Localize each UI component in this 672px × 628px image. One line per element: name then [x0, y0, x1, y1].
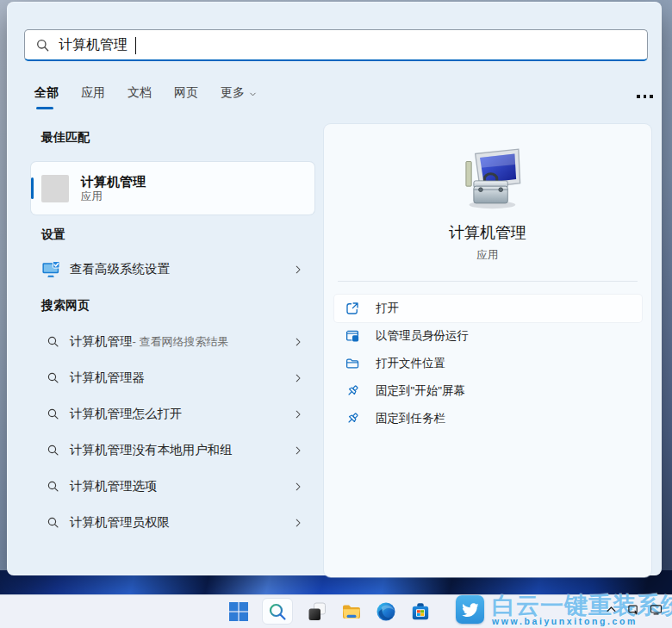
section-header-settings: 设置 [41, 227, 65, 243]
app-icon-placeholder [41, 175, 69, 202]
section-header-best-match: 最佳匹配 [41, 130, 90, 146]
tab-web[interactable]: 网页 [174, 85, 198, 109]
chevron-right-icon [292, 408, 304, 420]
app-subtitle: 应用 [324, 248, 651, 263]
taskbar-store-button[interactable] [409, 600, 431, 622]
section-header-search-web: 搜索网页 [41, 298, 90, 314]
action-label: 打开文件位置 [376, 356, 445, 371]
taskbar-edge-button[interactable] [375, 600, 396, 622]
web-search-text: 计算机管理 [70, 333, 133, 350]
active-tab-indicator [36, 107, 53, 109]
chevron-right-icon [292, 481, 304, 493]
chevron-right-icon [292, 445, 304, 457]
chevron-right-icon [292, 264, 304, 276]
microsoft-store-icon [410, 601, 431, 622]
system-tray [605, 603, 663, 616]
search-flyout-panel: 全部 应用 文档 网页 更多 最佳匹配 计算机管理 应用 设置 查看高级系统设置 [7, 2, 662, 575]
web-search-text: 计算机管理怎么打开 [70, 406, 183, 422]
chevron-right-icon [292, 336, 304, 348]
search-icon [47, 444, 59, 457]
taskbar-file-explorer-button[interactable] [340, 600, 362, 622]
chevron-up-icon[interactable] [605, 603, 618, 616]
chevron-down-icon [248, 90, 258, 99]
search-filter-tabs: 全部 应用 文档 网页 更多 [34, 85, 258, 109]
web-search-text: 计算机管理器 [70, 370, 145, 386]
tab-web-label: 网页 [174, 85, 198, 101]
search-box[interactable] [24, 29, 648, 61]
web-search-text: 计算机管理没有本地用户和组 [70, 442, 233, 458]
web-search-item[interactable]: 计算机管理员权限 [31, 507, 314, 538]
system-properties-icon [41, 259, 61, 279]
text-cursor [135, 37, 136, 54]
edge-browser-icon [376, 601, 396, 622]
action-run-as-admin[interactable]: 以管理员身份运行 [334, 322, 642, 350]
app-window-tray-icon[interactable] [627, 603, 640, 616]
best-match-title: 计算机管理 [81, 173, 146, 190]
tab-apps[interactable]: 应用 [81, 85, 105, 109]
windows-logo-icon [228, 601, 249, 622]
settings-item-label: 查看高级系统设置 [70, 261, 170, 277]
search-icon [47, 371, 59, 384]
open-file-location-icon [345, 356, 360, 371]
search-input[interactable] [59, 37, 637, 53]
task-view-icon [307, 601, 327, 622]
app-actions-list: 打开 以管理员身份运行 打开文件位置 固定到"开始"屏幕 固定到任务栏 [334, 295, 642, 432]
computer-management-icon [451, 143, 525, 221]
taskbar-start-button[interactable] [227, 600, 249, 622]
display-tray-icon[interactable] [650, 603, 663, 616]
action-pin-to-taskbar[interactable]: 固定到任务栏 [334, 405, 642, 432]
pin-to-taskbar-icon [345, 411, 360, 426]
action-open-file-location[interactable]: 打开文件位置 [334, 350, 642, 377]
best-match-type: 应用 [81, 190, 146, 203]
action-open[interactable]: 打开 [334, 295, 642, 322]
tab-more[interactable]: 更多 [221, 85, 258, 109]
selection-accent-bar [31, 177, 34, 199]
tab-documents-label: 文档 [128, 85, 152, 101]
tab-apps-label: 应用 [81, 85, 105, 101]
settings-item-advanced-system-settings[interactable]: 查看高级系统设置 [31, 253, 314, 285]
divider [338, 281, 638, 282]
web-search-text: 计算机管理选项 [70, 478, 158, 494]
tab-all[interactable]: 全部 [34, 85, 59, 109]
search-icon [267, 601, 288, 622]
search-icon [47, 407, 59, 420]
tab-all-label: 全部 [34, 85, 59, 101]
web-search-item[interactable]: 计算机管理器 [31, 362, 314, 394]
chevron-right-icon [292, 372, 304, 384]
action-label: 以管理员身份运行 [376, 328, 469, 344]
search-icon [35, 38, 50, 53]
web-search-item[interactable]: 计算机管理没有本地用户和组 [31, 434, 314, 466]
open-icon [345, 301, 360, 316]
action-label: 固定到"开始"屏幕 [376, 383, 465, 399]
more-options-button[interactable] [633, 91, 656, 102]
taskbar-icons [227, 594, 431, 628]
tab-documents[interactable]: 文档 [128, 85, 152, 109]
search-icon [47, 516, 59, 529]
app-title: 计算机管理 [324, 222, 651, 243]
taskbar-search-button[interactable] [262, 598, 293, 625]
search-icon [47, 480, 59, 493]
file-explorer-icon [341, 601, 362, 622]
action-pin-to-start[interactable]: 固定到"开始"屏幕 [334, 377, 642, 405]
search-icon [47, 335, 59, 348]
action-label: 打开 [376, 301, 399, 316]
run-as-admin-icon [345, 328, 360, 344]
web-search-text: 计算机管理员权限 [70, 514, 170, 531]
pin-to-start-icon [345, 383, 360, 399]
app-detail-panel: 计算机管理 应用 打开 以管理员身份运行 打开文件位置 固定到"开始"屏幕 [324, 124, 651, 577]
web-search-item[interactable]: 计算机管理 - 查看网络搜索结果 [31, 326, 314, 358]
tab-more-label: 更多 [221, 85, 245, 101]
web-search-suffix: - 查看网络搜索结果 [133, 334, 229, 350]
taskbar-task-view-button[interactable] [306, 600, 327, 622]
chevron-right-icon [292, 517, 304, 529]
web-search-item[interactable]: 计算机管理选项 [31, 470, 314, 502]
best-match-item[interactable]: 计算机管理 应用 [31, 162, 314, 215]
web-search-item[interactable]: 计算机管理怎么打开 [31, 398, 314, 430]
action-label: 固定到任务栏 [376, 411, 445, 426]
